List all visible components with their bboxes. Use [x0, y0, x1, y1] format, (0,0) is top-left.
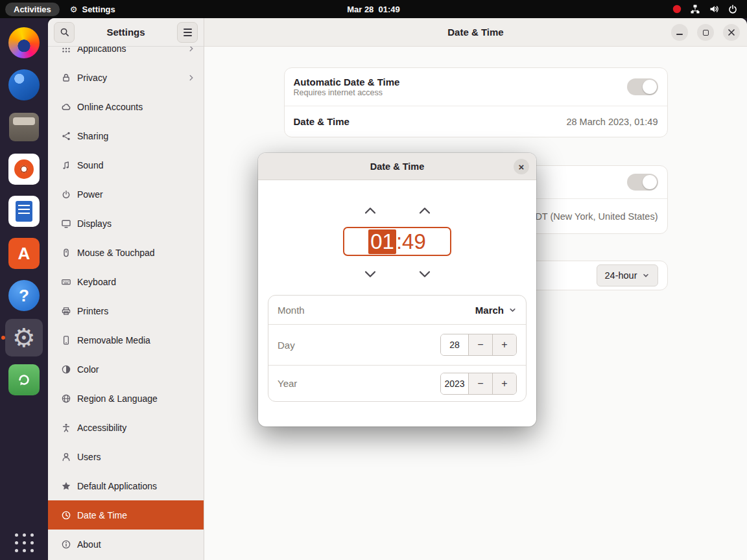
- datetime-row[interactable]: Date & Time 28 March 2023, 01:49: [285, 106, 667, 137]
- dock-item-rhythmbox[interactable]: [8, 154, 40, 185]
- hour-up-button[interactable]: [358, 204, 383, 218]
- toggle-knob: [643, 80, 657, 94]
- dialog-headerbar: Date & Time ×: [258, 153, 536, 180]
- rhythmbox-icon: [8, 154, 40, 185]
- settings-sidebar: Settings Applications: [48, 18, 204, 560]
- dock-item-libreoffice-writer[interactable]: [8, 196, 40, 227]
- main-headerbar: Date & Time: [204, 18, 747, 47]
- chevron-down-icon: [508, 306, 517, 314]
- sidebar-headerbar: Settings: [48, 18, 204, 47]
- accessibility-icon: [61, 423, 71, 433]
- globe-icon: [61, 393, 71, 404]
- time-entry[interactable]: 01:49: [343, 227, 451, 256]
- time-format-dropdown[interactable]: 24-hour: [597, 264, 658, 286]
- search-button[interactable]: [54, 22, 75, 43]
- year-value[interactable]: 2023: [441, 373, 468, 394]
- sidebar-item-displays[interactable]: Displays: [48, 209, 204, 238]
- running-indicator: [1, 336, 5, 340]
- year-row: Year 2023 − +: [268, 365, 526, 401]
- page-title: Date & Time: [447, 27, 503, 38]
- chevron-right-icon: [187, 73, 196, 82]
- sidebar-item-sound[interactable]: Sound: [48, 150, 204, 180]
- year-increment-button[interactable]: +: [492, 373, 516, 394]
- music-note-icon: [61, 160, 71, 170]
- sidebar-item-region-language[interactable]: Region & Language: [48, 384, 204, 413]
- dock-item-thunderbird[interactable]: [8, 69, 40, 100]
- sidebar-item-sharing[interactable]: Sharing: [48, 121, 204, 150]
- sidebar-item-mouse-touchpad[interactable]: Mouse & Touchpad: [48, 238, 204, 267]
- focused-app-menu[interactable]: ⚙ Settings: [70, 5, 115, 14]
- day-decrement-button[interactable]: −: [468, 334, 492, 355]
- sidebar-item-applications[interactable]: Applications: [48, 47, 204, 63]
- minute-up-button[interactable]: [412, 204, 437, 218]
- toggle-knob: [643, 175, 657, 189]
- gear-icon: ⚙: [70, 5, 78, 14]
- info-icon: [61, 539, 71, 550]
- lock-icon: [61, 73, 71, 83]
- sidebar-item-users[interactable]: Users: [48, 442, 204, 471]
- firefox-icon: [8, 27, 40, 58]
- thunderbird-icon: [8, 69, 40, 100]
- date-list: Month March Day 28 − + Year 2023 −: [268, 295, 527, 402]
- keyboard-icon: [61, 277, 71, 287]
- system-top-bar: Activities ⚙ Settings Mar 28 01:49: [0, 0, 747, 18]
- sidebar-item-printers[interactable]: Printers: [48, 296, 204, 325]
- close-icon: [728, 29, 735, 36]
- minute-down-button[interactable]: [412, 267, 437, 281]
- chevron-down-icon: [418, 270, 432, 279]
- dock-item-firefox[interactable]: [8, 27, 40, 58]
- ubuntu-software-icon: A: [8, 238, 40, 269]
- dialog-close-button[interactable]: ×: [514, 159, 529, 174]
- sidebar-item-privacy[interactable]: Privacy: [48, 63, 204, 92]
- sidebar-item-accessibility[interactable]: Accessibility: [48, 413, 204, 442]
- activities-button[interactable]: Activities: [5, 3, 60, 16]
- window-controls: [671, 24, 740, 41]
- share-icon: [61, 131, 71, 141]
- system-status-area[interactable]: [672, 4, 747, 14]
- sidebar-item-online-accounts[interactable]: Online Accounts: [48, 92, 204, 121]
- chevron-up-icon: [418, 206, 432, 215]
- day-spinbutton: 28 − +: [440, 334, 517, 356]
- dock-item-ubuntu-software[interactable]: A: [8, 238, 40, 269]
- minimize-button[interactable]: [671, 24, 688, 41]
- day-increment-button[interactable]: +: [492, 334, 516, 355]
- printer-icon: [61, 306, 71, 316]
- auto-datetime-card: Automatic Date & Time Requires internet …: [284, 67, 668, 137]
- close-button[interactable]: [723, 24, 740, 41]
- network-wired-icon: [690, 4, 700, 14]
- chevron-right-icon: [187, 47, 196, 53]
- dock-item-files[interactable]: [8, 111, 40, 143]
- power-icon: [61, 189, 71, 200]
- dock-item-settings[interactable]: ⚙: [8, 322, 40, 353]
- auto-datetime-row: Automatic Date & Time Requires internet …: [285, 68, 667, 106]
- sidebar-item-about[interactable]: About: [48, 530, 204, 559]
- settings-gear-icon: ⚙: [8, 322, 40, 353]
- sidebar-item-date-time[interactable]: Date & Time: [48, 500, 204, 530]
- chevron-down-icon: [642, 272, 650, 279]
- day-value[interactable]: 28: [441, 334, 468, 355]
- year-decrement-button[interactable]: −: [468, 373, 492, 394]
- hour-down-button[interactable]: [358, 267, 383, 281]
- search-icon: [60, 27, 69, 37]
- sidebar-item-color[interactable]: Color: [48, 355, 204, 384]
- month-row[interactable]: Month March: [268, 296, 526, 324]
- sidebar-item-removable-media[interactable]: Removable Media: [48, 325, 204, 355]
- time-hours: 01: [368, 229, 396, 254]
- sidebar-item-default-applications[interactable]: Default Applications: [48, 471, 204, 500]
- sidebar-item-keyboard[interactable]: Keyboard: [48, 267, 204, 296]
- dock-item-software-updater[interactable]: [8, 364, 40, 395]
- month-dropdown[interactable]: March: [475, 305, 517, 316]
- show-applications-button[interactable]: [15, 533, 34, 552]
- date-time-dialog: Date & Time × 01:49 Month March: [258, 153, 536, 426]
- day-row: Day 28 − +: [268, 324, 526, 365]
- clock-menu[interactable]: Mar 28 01:49: [347, 5, 400, 14]
- chevron-up-icon: [363, 206, 377, 215]
- sidebar-item-power[interactable]: Power: [48, 180, 204, 209]
- auto-datetime-toggle[interactable]: [627, 78, 658, 95]
- removable-media-icon: [61, 335, 71, 345]
- maximize-button[interactable]: [697, 24, 714, 41]
- dock-item-help[interactable]: ?: [8, 280, 40, 311]
- auto-timezone-toggle[interactable]: [627, 174, 658, 191]
- primary-menu-button[interactable]: [177, 22, 198, 43]
- hamburger-icon: [184, 29, 192, 36]
